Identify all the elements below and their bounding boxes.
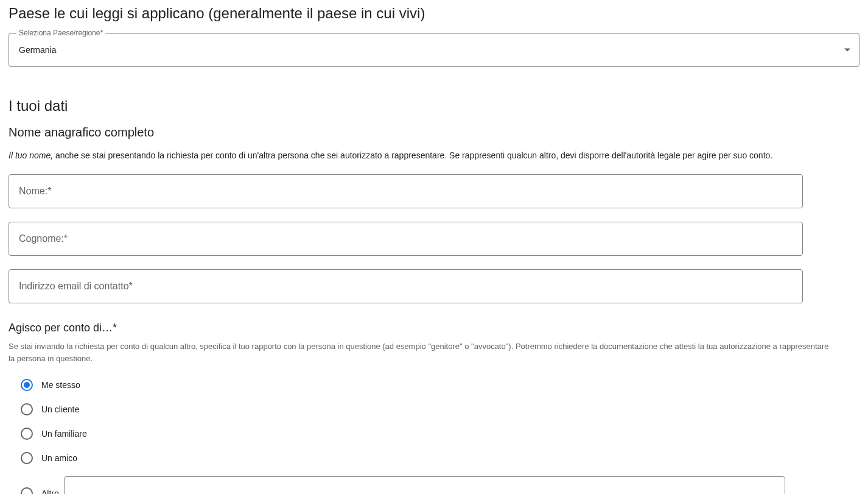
radio-icon <box>21 379 33 391</box>
radio-label-friend: Un amico <box>41 453 77 463</box>
radio-label-myself: Me stesso <box>41 380 80 390</box>
name-description-italic: Il tuo nome, <box>9 150 53 160</box>
on-behalf-radio-group: Me stesso Un cliente Un familiare Un ami… <box>9 379 859 494</box>
last-name-field[interactable] <box>9 222 803 256</box>
country-select-label: Seleziona Paese/regione* <box>16 29 105 37</box>
radio-label-family: Un familiare <box>41 429 87 439</box>
country-heading: Paese le cui leggi si applicano (general… <box>9 5 859 22</box>
your-data-heading: I tuoi dati <box>9 97 859 115</box>
full-name-heading: Nome anagrafico completo <box>9 125 859 139</box>
radio-icon <box>21 487 33 494</box>
radio-icon <box>21 428 33 440</box>
radio-family[interactable]: Un familiare <box>21 428 859 440</box>
radio-label-other: Altro <box>41 489 59 494</box>
on-behalf-heading: Agisco per conto di…* <box>9 322 859 334</box>
radio-icon <box>21 403 33 415</box>
country-select[interactable]: Seleziona Paese/regione* Germania <box>9 33 859 67</box>
radio-icon <box>21 452 33 464</box>
name-description: Il tuo nome, anche se stai presentando l… <box>9 149 859 162</box>
first-name-field[interactable] <box>9 174 803 208</box>
radio-other[interactable]: Altro <box>21 476 859 494</box>
email-field[interactable] <box>9 269 803 303</box>
radio-label-client: Un cliente <box>41 404 79 414</box>
radio-friend[interactable]: Un amico <box>21 452 859 464</box>
country-select-value: Germania <box>19 45 56 55</box>
radio-client[interactable]: Un cliente <box>21 403 859 415</box>
on-behalf-helptext: Se stai inviando la richiesta per conto … <box>9 341 836 364</box>
radio-myself[interactable]: Me stesso <box>21 379 859 391</box>
dropdown-arrow-icon <box>844 49 850 52</box>
other-text-field[interactable] <box>64 476 785 494</box>
name-description-rest: anche se stai presentando la richiesta p… <box>53 150 772 160</box>
